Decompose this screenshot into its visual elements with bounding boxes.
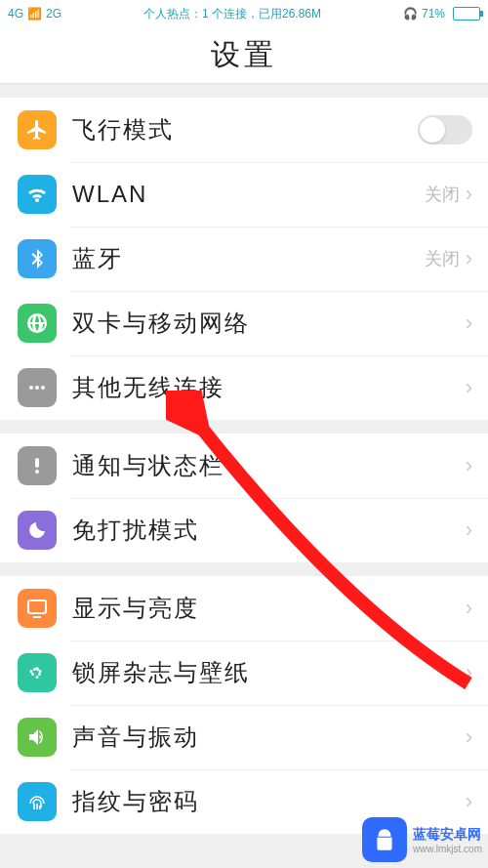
signal-sub: 2G [46,7,61,21]
row-label: 其他无线连接 [72,372,466,403]
row-label: 指纹与密码 [72,786,466,817]
headset-icon: 🎧 [403,7,418,21]
row-sound[interactable]: 声音与振动› [0,705,488,769]
settings-group: 飞行模式WLAN关闭›蓝牙关闭›双卡与移动网络›其他无线连接› [0,98,488,420]
moon-icon [18,511,57,550]
svg-point-1 [35,386,39,390]
battery-percent: 71% [422,7,445,21]
watermark: 蓝莓安卓网 www.lmkjst.com [362,817,482,862]
watermark-title: 蓝莓安卓网 [413,826,482,844]
hotspot-status: 个人热点：1 个连接，已用26.86M [61,6,403,22]
speaker-icon [18,718,57,757]
row-label: 双卡与移动网络 [72,308,466,339]
settings-group: 显示与亮度›锁屏杂志与壁纸›声音与振动›指纹与密码› [0,576,488,834]
chevron-right-icon: › [466,246,472,271]
globe-icon [18,304,57,343]
dots-icon [18,368,57,407]
row-value: 关闭 [425,183,460,206]
row-airplane[interactable]: 飞行模式 [0,98,488,162]
fingerprint-icon [18,782,57,821]
row-bluetooth[interactable]: 蓝牙关闭› [0,227,488,291]
chevron-right-icon: › [466,310,472,336]
network-type: 4G [8,7,23,21]
row-notif[interactable]: 通知与状态栏› [0,434,488,498]
chevron-right-icon: › [466,660,472,685]
chevron-right-icon: › [466,517,472,543]
page-title: 设置 [0,27,488,84]
svg-rect-5 [28,600,46,613]
row-sim[interactable]: 双卡与移动网络› [0,291,488,355]
monitor-icon [18,589,57,628]
svg-rect-3 [35,458,39,468]
svg-point-2 [41,386,45,390]
row-label: 免打扰模式 [72,515,466,546]
bluetooth-icon [18,239,57,278]
row-display[interactable]: 显示与亮度› [0,576,488,641]
row-label: 声音与振动 [72,722,466,753]
row-value: 关闭 [425,247,460,270]
status-bar: 4G 📶 2G 个人热点：1 个连接，已用26.86M 🎧 71% [0,0,488,27]
settings-group: 通知与状态栏›免打扰模式› [0,434,488,562]
svg-point-4 [35,470,39,474]
row-label: 蓝牙 [72,243,425,274]
exclaim-icon [18,446,57,485]
chevron-right-icon: › [466,724,472,750]
signal-icon: 📶 [27,7,42,21]
watermark-icon [362,817,407,862]
battery-icon [453,7,480,21]
airplane-icon [18,110,57,149]
settings-list: 飞行模式WLAN关闭›蓝牙关闭›双卡与移动网络›其他无线连接›通知与状态栏›免打… [0,98,488,834]
chevron-right-icon: › [466,596,472,621]
row-dnd[interactable]: 免打扰模式› [0,498,488,562]
chevron-right-icon: › [466,375,472,400]
row-label: 显示与亮度 [72,593,466,624]
toggle-airplane[interactable] [418,115,472,145]
row-label: 飞行模式 [72,114,418,145]
row-wlan[interactable]: WLAN关闭› [0,162,488,227]
chevron-right-icon: › [466,182,472,207]
svg-point-0 [29,386,33,390]
flower-icon [18,653,57,692]
row-label: 锁屏杂志与壁纸 [72,657,466,688]
chevron-right-icon: › [466,453,472,478]
row-lockscreen[interactable]: 锁屏杂志与壁纸› [0,641,488,705]
wifi-icon [18,175,57,214]
chevron-right-icon: › [466,789,472,814]
row-otherwifi[interactable]: 其他无线连接› [0,355,488,420]
row-label: 通知与状态栏 [72,450,466,481]
watermark-sub: www.lmkjst.com [413,844,482,854]
row-label: WLAN [72,181,425,208]
